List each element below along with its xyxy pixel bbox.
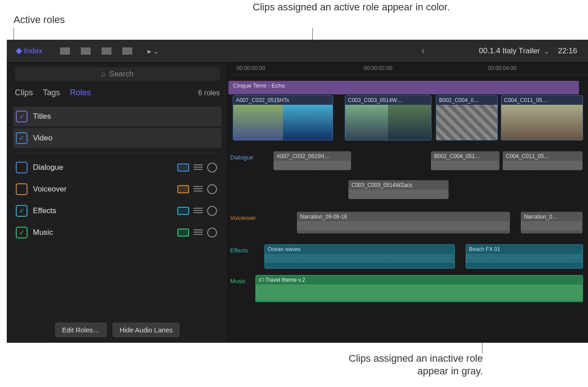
video-clip[interactable]: B002_C004_0…: [436, 95, 498, 140]
subroles-icon[interactable]: [194, 229, 203, 236]
audio-clip[interactable]: C003_C003_0514WZacs: [348, 180, 449, 199]
project-name-menu[interactable]: 00.1.4 Italy Trailer ⌄: [479, 47, 550, 56]
audio-clip[interactable]: Beach FX 01: [466, 244, 583, 269]
audio-clip[interactable]: Narration_09-08-16: [297, 212, 510, 233]
lane-dialogue-2: C003_C003_0514WZacs: [228, 180, 588, 202]
timeline[interactable]: 00:00:00:00 00:00:02:00 00:00:04:00 Cinq…: [228, 63, 588, 343]
title-clip[interactable]: Cinque Terre - Echo: [228, 81, 579, 94]
sidebar-footer: Edit Roles… Hide Audio Lanes: [7, 317, 228, 343]
audio-clip[interactable]: B002_C004_051…: [431, 151, 500, 170]
role-row-dialogue[interactable]: Dialogue: [13, 158, 222, 177]
role-row-video[interactable]: ✓ Video: [13, 128, 222, 148]
video-clip[interactable]: C004_C011_05…: [501, 95, 583, 140]
toolbar-icon-group: [57, 47, 135, 55]
role-row-effects[interactable]: ✓ Effects: [13, 201, 222, 221]
index-icon: [16, 48, 22, 54]
role-row-voiceover[interactable]: Voiceover: [13, 179, 222, 199]
timecode-display[interactable]: 22:16: [558, 47, 577, 56]
lane-music: Music 🏷 Travel theme v.2: [228, 275, 588, 302]
audio-clip[interactable]: C004_C011_05…: [503, 151, 583, 170]
video-clip[interactable]: A007_C032_0515HTs: [233, 95, 333, 140]
tab-roles[interactable]: Roles: [70, 88, 91, 98]
subroles-icon[interactable]: [194, 164, 203, 171]
index-button[interactable]: Index: [11, 47, 48, 56]
lane-effects: Effects Ocean waves Beach FX 01: [228, 244, 588, 270]
tab-clips[interactable]: Clips: [15, 88, 33, 98]
audio-clip[interactable]: 🏷 Travel theme v.2: [255, 275, 583, 302]
video-clip[interactable]: C003_C003_0514W…: [345, 95, 431, 140]
search-icon: ⌕: [101, 70, 106, 79]
audio-clip[interactable]: Ocean waves: [264, 244, 455, 269]
hide-audio-lanes-button[interactable]: Hide Audio Lanes: [112, 322, 180, 337]
annotation-active-color: Clips assigned an active role appear in …: [253, 1, 450, 14]
checkbox-voiceover[interactable]: [16, 183, 28, 195]
audio-clip[interactable]: A007_C032_0515H…: [273, 151, 351, 170]
connect-icon[interactable]: [60, 47, 70, 55]
lane-toggle-icon[interactable]: [177, 207, 189, 215]
role-row-music[interactable]: ✓ Music: [13, 223, 222, 242]
toolbar: Index ▸ ⌄ ‹ 00.1.4 Italy Trailer ⌄ 22:16: [7, 40, 588, 63]
checkbox-music[interactable]: ✓: [16, 227, 28, 238]
annotation-inactive-gray: Clips assigned an inactive role appear i…: [338, 352, 483, 378]
annotation-active-roles: Active roles: [14, 14, 65, 26]
insert-icon[interactable]: [81, 47, 91, 55]
tab-tags[interactable]: Tags: [43, 88, 60, 98]
checkbox-titles[interactable]: ✓: [16, 111, 28, 122]
lane-dialogue: Dialogue A007_C032_0515H… B002_C004_051……: [228, 151, 588, 173]
edit-roles-button[interactable]: Edit Roles…: [55, 322, 107, 337]
subroles-icon[interactable]: [194, 208, 203, 214]
subroles-icon[interactable]: [194, 186, 203, 192]
checkbox-effects[interactable]: ✓: [16, 205, 28, 217]
lane-voiceover: Voiceover Narration_09-08-16 Narration_0…: [228, 212, 588, 234]
checkbox-video[interactable]: ✓: [16, 132, 28, 144]
back-button[interactable]: ‹: [421, 45, 425, 57]
overwrite-icon[interactable]: [122, 47, 132, 55]
chevron-down-icon: ⌄: [543, 47, 550, 56]
lane-toggle-icon[interactable]: [177, 163, 189, 172]
focus-icon[interactable]: [207, 184, 217, 194]
lane-toggle-icon[interactable]: [177, 185, 189, 193]
append-icon[interactable]: [102, 47, 111, 55]
primary-storyline: A007_C032_0515HTs C003_C003_0514W… B002_…: [228, 95, 588, 140]
role-list: ✓ Titles ✓ Video Dialogue Voiceover ✓ Ef…: [7, 102, 228, 247]
search-field[interactable]: ⌕ Search: [15, 67, 220, 81]
focus-icon[interactable]: [207, 228, 217, 238]
tool-select-menu[interactable]: ▸ ⌄: [148, 47, 159, 56]
app-window: Index ▸ ⌄ ‹ 00.1.4 Italy Trailer ⌄ 22:16…: [7, 40, 588, 342]
lane-toggle-icon[interactable]: [177, 228, 189, 237]
focus-icon[interactable]: [207, 163, 217, 173]
index-sidebar: ⌕ Search Clips Tags Roles 6 roles ✓ Titl…: [7, 63, 228, 343]
roles-count: 6 roles: [198, 89, 220, 97]
time-ruler[interactable]: 00:00:00:00 00:00:02:00 00:00:04:00: [228, 63, 588, 75]
index-tabs: Clips Tags Roles 6 roles: [7, 85, 228, 102]
role-row-titles[interactable]: ✓ Titles: [13, 107, 222, 126]
audio-clip[interactable]: Narration_0…: [521, 212, 583, 233]
focus-icon[interactable]: [207, 206, 217, 216]
checkbox-dialogue[interactable]: [16, 162, 28, 173]
